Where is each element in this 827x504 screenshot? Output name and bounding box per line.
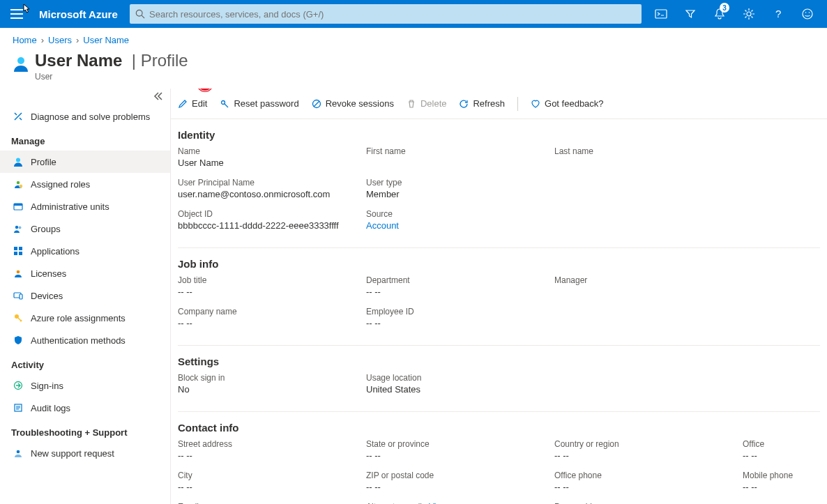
- field-value: -- --: [366, 482, 554, 492]
- breadcrumb-sep: ›: [76, 35, 79, 45]
- page-title: User Name: [35, 51, 122, 70]
- admin-units-icon: [13, 201, 24, 212]
- svg-point-11: [20, 185, 23, 188]
- field-value: [366, 158, 554, 168]
- notifications-button[interactable]: 3: [706, 0, 734, 28]
- field-value: bbbbcccc-1111-dddd-2222-eeee3333ffff: [178, 220, 366, 231]
- support-icon: [13, 448, 24, 459]
- search-box[interactable]: [130, 4, 642, 24]
- sidebar-item-admin-units[interactable]: Administrative units: [0, 195, 170, 217]
- hamburger-icon: [10, 9, 23, 19]
- sidebar-item-roles[interactable]: Assigned roles: [0, 173, 170, 195]
- collapse-sidebar-button[interactable]: [0, 91, 170, 105]
- sidebar-item-profile[interactable]: Profile: [0, 151, 170, 173]
- svg-rect-2: [655, 10, 667, 18]
- signin-icon: [13, 380, 24, 391]
- notification-badge: 3: [720, 3, 729, 13]
- svg-point-14: [15, 226, 18, 229]
- directory-filter-button[interactable]: [676, 0, 704, 28]
- page-header: User Name | Profile User: [0, 48, 827, 89]
- field-label: Name: [178, 146, 366, 156]
- gear-icon: [743, 8, 755, 20]
- svg-point-6: [805, 12, 807, 13]
- sidebar-item-label: Profile: [31, 157, 56, 167]
- help-button[interactable]: ?: [764, 0, 792, 28]
- revoke-sessions-button[interactable]: Revoke sessions: [312, 98, 394, 109]
- svg-point-15: [19, 227, 22, 229]
- breadcrumb-sep: ›: [41, 35, 44, 45]
- field-label: Manager: [554, 275, 743, 285]
- sidebar-item-auditlogs[interactable]: Audit logs: [0, 397, 170, 419]
- settings-button[interactable]: [735, 0, 763, 28]
- person-icon: [13, 156, 24, 167]
- field-value: [554, 287, 743, 297]
- brand-text[interactable]: Microsoft Azure: [33, 8, 124, 20]
- trash-icon: [407, 99, 416, 109]
- source-link[interactable]: Account: [366, 220, 554, 231]
- field-label: Country or region: [554, 439, 743, 449]
- logs-icon: [13, 402, 24, 413]
- page-subtitle: User: [35, 72, 188, 82]
- field-label: Company name: [178, 307, 366, 316]
- pencil-icon: [178, 99, 188, 109]
- key-icon: [220, 99, 229, 109]
- section-job: Job info Job title-- -- Department-- -- …: [171, 248, 827, 345]
- sidebar-item-label: Devices: [31, 291, 63, 301]
- hamburger-menu[interactable]: [0, 0, 33, 28]
- sidebar-item-support[interactable]: New support request: [0, 442, 170, 464]
- breadcrumb-user[interactable]: User Name: [83, 35, 129, 45]
- section-heading: Settings: [178, 356, 820, 367]
- field-label: Source: [366, 209, 554, 219]
- sidebar-group-manage: Manage: [0, 128, 170, 151]
- revoke-icon: [312, 99, 321, 109]
- field-label: Mobile phone: [743, 471, 820, 480]
- breadcrumb-users[interactable]: Users: [48, 35, 72, 45]
- diagnose-icon: [13, 111, 24, 122]
- breadcrumb: Home › Users › User Name: [0, 28, 827, 48]
- devices-icon: [13, 290, 24, 301]
- reset-password-button[interactable]: Reset password: [220, 98, 298, 109]
- svg-point-5: [803, 9, 812, 19]
- refresh-button[interactable]: Refresh: [459, 98, 505, 109]
- field-value: -- --: [178, 450, 366, 461]
- svg-point-8: [17, 57, 24, 64]
- key-icon: [13, 312, 24, 323]
- chevron-double-left-icon: [153, 91, 163, 101]
- content: 1 Edit Reset password Revoke sessions De…: [171, 89, 827, 504]
- cloud-shell-button[interactable]: [647, 0, 675, 28]
- svg-line-1: [142, 15, 144, 18]
- field-value: No: [178, 384, 366, 395]
- field-value: -- --: [743, 482, 820, 492]
- filter-icon: [684, 8, 697, 20]
- section-heading: Job info: [178, 258, 820, 270]
- sidebar-item-devices[interactable]: Devices: [0, 284, 170, 307]
- sidebar-item-label: New support request: [31, 448, 114, 459]
- page-title-suffix: Profile: [141, 51, 188, 70]
- field-value: -- --: [178, 318, 366, 328]
- field-label: Department: [366, 275, 554, 285]
- search-input[interactable]: [145, 9, 636, 20]
- sidebar-item-auth[interactable]: Authentication methods: [0, 329, 170, 351]
- svg-point-9: [16, 158, 20, 162]
- sidebar-item-licenses[interactable]: Licenses: [0, 262, 170, 284]
- field-value: -- --: [743, 450, 820, 461]
- sidebar-item-diagnose[interactable]: Diagnose and solve problems: [0, 105, 170, 128]
- svg-point-7: [809, 12, 810, 13]
- edit-button[interactable]: Edit: [178, 98, 207, 109]
- sidebar-item-groups[interactable]: Groups: [0, 217, 170, 240]
- sidebar-item-label: Authentication methods: [31, 335, 126, 346]
- svg-point-26: [17, 450, 20, 454]
- feedback-button[interactable]: [794, 0, 821, 28]
- content-toolbar: 1 Edit Reset password Revoke sessions De…: [171, 89, 827, 119]
- field-label: Object ID: [178, 209, 366, 219]
- got-feedback-button[interactable]: Got feedback?: [531, 98, 604, 109]
- sidebar-item-apps[interactable]: Applications: [0, 240, 170, 262]
- breadcrumb-home[interactable]: Home: [13, 35, 37, 45]
- shield-icon: [13, 335, 24, 346]
- svg-point-20: [17, 270, 20, 274]
- toolbar-divider: [517, 97, 518, 111]
- sidebar-item-role-assign[interactable]: Azure role assignments: [0, 307, 170, 329]
- sidebar-item-signins[interactable]: Sign-ins: [0, 374, 170, 397]
- sidebar-item-label: Administrative units: [31, 201, 109, 212]
- sidebar: Diagnose and solve problems Manage Profi…: [0, 89, 171, 504]
